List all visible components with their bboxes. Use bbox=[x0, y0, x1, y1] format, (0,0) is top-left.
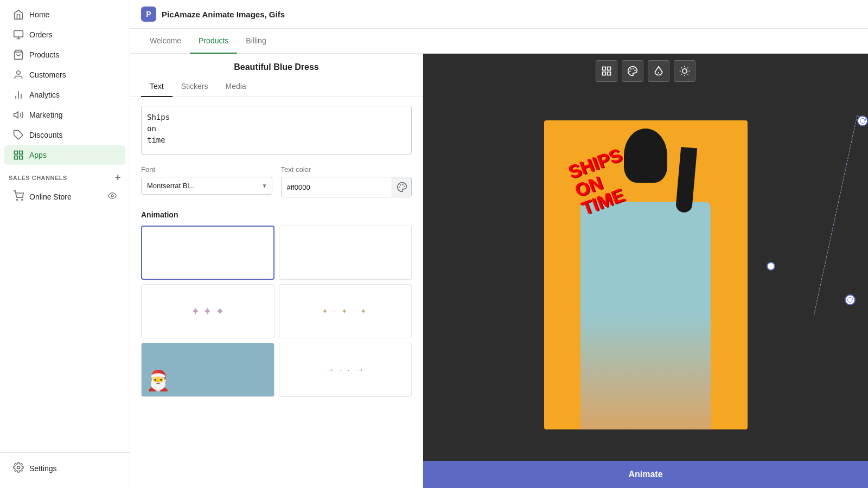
brightness-tool-button[interactable] bbox=[674, 60, 695, 82]
sidebar-item-online-store[interactable]: Online Store bbox=[4, 186, 125, 207]
sidebar-item-settings[interactable]: Settings bbox=[4, 458, 125, 479]
settings-label: Settings bbox=[29, 464, 57, 473]
tab-billing[interactable]: Billing bbox=[237, 29, 275, 54]
sidebar-item-customers-label: Customers bbox=[29, 70, 66, 79]
palette-tool-button[interactable] bbox=[622, 60, 643, 82]
animation-cell-1[interactable] bbox=[141, 226, 275, 280]
sub-tab-stickers[interactable]: Stickers bbox=[173, 76, 217, 97]
svg-line-38 bbox=[687, 68, 688, 68]
grid-tool-button[interactable] bbox=[596, 60, 617, 82]
apps-icon bbox=[13, 150, 24, 160]
rotate-handle-top[interactable] bbox=[857, 115, 868, 126]
animation-cell-6[interactable]: → · · → bbox=[279, 343, 412, 397]
left-panel: Beautiful Blue Dress Text Stickers Media… bbox=[130, 54, 423, 488]
svg-point-20 bbox=[400, 185, 400, 185]
text-input[interactable]: Ships on time bbox=[141, 106, 412, 155]
sub-tab-media[interactable]: Media bbox=[216, 76, 254, 97]
svg-point-15 bbox=[22, 200, 23, 201]
font-select-wrapper: Montserrat Bl... ▼ bbox=[141, 177, 272, 195]
color-control-group: Text color bbox=[281, 165, 412, 197]
svg-point-16 bbox=[111, 195, 113, 197]
svg-rect-0 bbox=[14, 31, 23, 37]
text-color-label: Text color bbox=[281, 165, 412, 174]
color-input-wrapper bbox=[281, 177, 412, 197]
svg-line-33 bbox=[681, 68, 682, 68]
svg-point-21 bbox=[399, 187, 400, 188]
svg-line-39 bbox=[857, 115, 868, 197]
svg-rect-25 bbox=[608, 72, 611, 75]
canvas-wrapper: SHIPS ON TIME bbox=[423, 88, 868, 461]
tab-products[interactable]: Products bbox=[190, 29, 237, 54]
sub-tabs: Text Stickers Media bbox=[130, 76, 423, 97]
add-channel-button[interactable]: + bbox=[115, 172, 121, 183]
marketing-icon bbox=[13, 110, 24, 120]
drag-handle-left[interactable] bbox=[767, 262, 775, 271]
sidebar-item-home[interactable]: Home bbox=[4, 5, 125, 24]
sidebar-nav: Home Orders Products Customers Analytics bbox=[0, 0, 130, 452]
svg-line-34 bbox=[687, 74, 688, 74]
app-title: PicAmaze Animate Images, Gifs bbox=[162, 10, 285, 19]
sidebar-item-apps-label: Apps bbox=[29, 151, 47, 159]
sidebar-item-analytics[interactable]: Analytics bbox=[4, 85, 125, 105]
color-text-input[interactable] bbox=[282, 179, 392, 196]
sidebar-item-marketing[interactable]: Marketing bbox=[4, 105, 125, 125]
svg-point-18 bbox=[402, 184, 403, 185]
animate-button[interactable]: Animate bbox=[423, 461, 868, 488]
analytics-icon bbox=[13, 89, 24, 100]
controls-row: Font Montserrat Bl... ▼ Text color bbox=[130, 165, 423, 204]
svg-rect-24 bbox=[603, 72, 606, 75]
sidebar-item-discounts[interactable]: Discounts bbox=[4, 125, 125, 145]
sub-tab-text[interactable]: Text bbox=[141, 76, 173, 97]
bucket-tool-button[interactable] bbox=[648, 60, 669, 82]
color-picker-button[interactable] bbox=[392, 177, 411, 197]
animation-title: Animation bbox=[141, 210, 412, 219]
canvas-area: SHIPS ON TIME Animate bbox=[423, 54, 868, 488]
sidebar-item-products-label: Products bbox=[29, 50, 59, 59]
font-select[interactable]: Montserrat Bl... bbox=[142, 177, 258, 194]
svg-rect-22 bbox=[603, 67, 606, 70]
svg-point-27 bbox=[635, 70, 635, 70]
home-icon bbox=[13, 9, 24, 20]
animation-grid: ✦ ✦ ✦ ✦ · ✦ · ✦ 🎅 → · · → bbox=[141, 226, 412, 397]
sidebar: Home Orders Products Customers Analytics bbox=[0, 0, 130, 488]
animation-cell-4[interactable]: ✦ · ✦ · ✦ bbox=[279, 284, 412, 338]
chevron-down-icon: ▼ bbox=[258, 183, 272, 189]
animation-cell-2[interactable] bbox=[279, 226, 412, 280]
orders-icon bbox=[13, 29, 24, 40]
sidebar-item-home-label: Home bbox=[29, 10, 49, 19]
product-image: SHIPS ON TIME bbox=[544, 120, 748, 429]
sidebar-item-apps[interactable]: Apps bbox=[4, 145, 125, 165]
svg-rect-23 bbox=[608, 67, 611, 70]
svg-point-14 bbox=[17, 200, 18, 201]
animation-cell-3[interactable]: ✦ ✦ ✦ bbox=[141, 284, 275, 338]
content-area: Beautiful Blue Dress Text Stickers Media… bbox=[130, 54, 868, 488]
svg-rect-13 bbox=[20, 156, 23, 159]
svg-point-4 bbox=[17, 71, 21, 75]
animation-cell-5[interactable]: 🎅 bbox=[141, 343, 275, 397]
sparkle-icon: ✦ ✦ ✦ bbox=[191, 305, 225, 318]
sidebar-item-discounts-label: Discounts bbox=[29, 131, 62, 139]
online-store-label: Online Store bbox=[29, 192, 72, 201]
sidebar-item-orders[interactable]: Orders bbox=[4, 25, 125, 44]
svg-rect-11 bbox=[20, 151, 23, 155]
tab-welcome[interactable]: Welcome bbox=[141, 29, 190, 54]
sales-channels-title: SALES CHANNELS bbox=[9, 175, 67, 181]
discounts-icon bbox=[13, 130, 24, 140]
font-control-group: Font Montserrat Bl... ▼ bbox=[141, 165, 272, 197]
settings-icon bbox=[13, 462, 24, 474]
app-icon: P bbox=[141, 7, 156, 22]
app-header: P PicAmaze Animate Images, Gifs bbox=[130, 0, 868, 29]
online-store-visibility-icon[interactable] bbox=[108, 191, 117, 202]
main: P PicAmaze Animate Images, Gifs Welcome … bbox=[130, 0, 868, 488]
svg-marker-8 bbox=[14, 112, 18, 118]
online-store-icon bbox=[13, 190, 24, 203]
sidebar-item-orders-label: Orders bbox=[29, 30, 53, 39]
svg-point-30 bbox=[682, 69, 687, 73]
svg-line-37 bbox=[681, 74, 682, 74]
sales-channels-section: SALES CHANNELS + bbox=[0, 165, 130, 185]
rotate-handle-bottom[interactable] bbox=[845, 294, 856, 305]
sidebar-item-customers[interactable]: Customers bbox=[4, 65, 125, 85]
sidebar-bottom: Settings bbox=[0, 452, 130, 488]
sidebar-item-products[interactable]: Products bbox=[4, 45, 125, 65]
font-label: Font bbox=[141, 165, 272, 174]
